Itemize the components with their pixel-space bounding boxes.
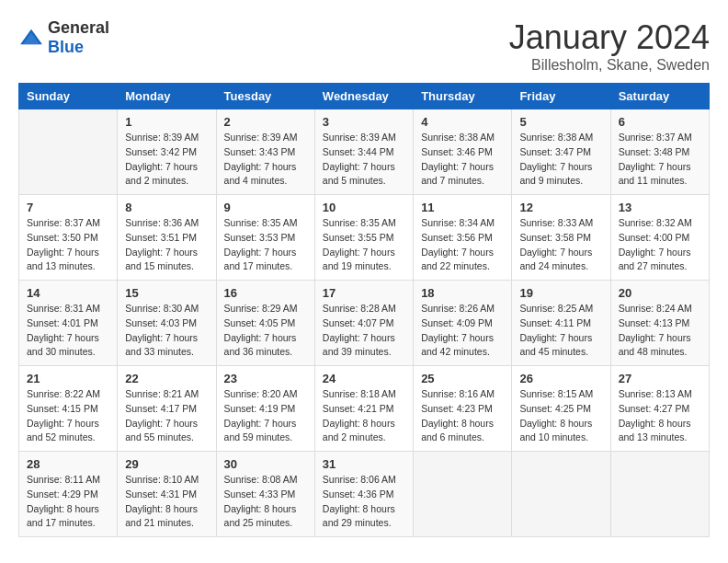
day-info: Sunrise: 8:39 AMSunset: 3:42 PMDaylight:… <box>125 131 208 189</box>
day-number: 25 <box>421 372 504 385</box>
day-cell: 20Sunrise: 8:24 AMSunset: 4:13 PMDayligh… <box>610 281 709 366</box>
week-row-5: 28Sunrise: 8:11 AMSunset: 4:29 PMDayligh… <box>19 452 710 537</box>
day-cell <box>414 452 512 537</box>
day-number: 30 <box>224 457 307 471</box>
day-info: Sunrise: 8:15 AMSunset: 4:25 PMDaylight:… <box>519 387 602 445</box>
day-cell: 29Sunrise: 8:10 AMSunset: 4:31 PMDayligh… <box>118 452 216 537</box>
day-number: 17 <box>323 286 405 300</box>
day-cell: 12Sunrise: 8:33 AMSunset: 3:58 PMDayligh… <box>512 195 610 281</box>
day-info: Sunrise: 8:08 AMSunset: 4:33 PMDaylight:… <box>224 473 307 531</box>
day-number: 4 <box>421 115 504 129</box>
day-cell: 23Sunrise: 8:20 AMSunset: 4:19 PMDayligh… <box>216 366 314 452</box>
day-info: Sunrise: 8:06 AMSunset: 4:36 PMDaylight:… <box>323 473 405 531</box>
day-cell: 24Sunrise: 8:18 AMSunset: 4:21 PMDayligh… <box>314 366 413 452</box>
day-cell: 17Sunrise: 8:28 AMSunset: 4:07 PMDayligh… <box>314 281 413 366</box>
day-number: 22 <box>125 372 208 385</box>
day-cell: 18Sunrise: 8:26 AMSunset: 4:09 PMDayligh… <box>414 281 512 366</box>
header: General Blue January 2024 Billesholm, Sk… <box>18 18 710 74</box>
day-cell: 15Sunrise: 8:30 AMSunset: 4:03 PMDayligh… <box>118 281 216 366</box>
day-info: Sunrise: 8:28 AMSunset: 4:07 PMDaylight:… <box>323 302 405 360</box>
day-info: Sunrise: 8:36 AMSunset: 3:51 PMDaylight:… <box>125 216 208 274</box>
day-number: 19 <box>519 286 602 300</box>
day-info: Sunrise: 8:38 AMSunset: 3:47 PMDaylight:… <box>519 131 602 189</box>
day-number: 31 <box>323 457 405 471</box>
column-header-thursday: Thursday <box>414 84 512 109</box>
logo-text: General Blue <box>48 18 109 57</box>
day-cell: 2Sunrise: 8:39 AMSunset: 3:43 PMDaylight… <box>216 109 314 195</box>
day-info: Sunrise: 8:33 AMSunset: 3:58 PMDaylight:… <box>519 216 602 274</box>
day-info: Sunrise: 8:16 AMSunset: 4:23 PMDaylight:… <box>421 387 504 445</box>
title-area: January 2024 Billesholm, Skane, Sweden <box>509 18 710 74</box>
day-cell: 4Sunrise: 8:38 AMSunset: 3:46 PMDaylight… <box>414 109 512 195</box>
day-number: 8 <box>125 201 208 214</box>
day-number: 15 <box>125 286 208 300</box>
column-header-friday: Friday <box>512 84 610 109</box>
logo: General Blue <box>18 18 109 57</box>
column-header-tuesday: Tuesday <box>216 84 314 109</box>
day-cell <box>610 452 709 537</box>
day-cell: 25Sunrise: 8:16 AMSunset: 4:23 PMDayligh… <box>414 366 512 452</box>
day-info: Sunrise: 8:22 AMSunset: 4:15 PMDaylight:… <box>27 387 109 445</box>
day-info: Sunrise: 8:32 AMSunset: 4:00 PMDaylight:… <box>619 216 701 274</box>
day-cell: 22Sunrise: 8:21 AMSunset: 4:17 PMDayligh… <box>118 366 216 452</box>
day-cell: 1Sunrise: 8:39 AMSunset: 3:42 PMDaylight… <box>118 109 216 195</box>
day-number: 14 <box>27 286 109 300</box>
day-info: Sunrise: 8:39 AMSunset: 3:43 PMDaylight:… <box>224 131 307 189</box>
week-row-4: 21Sunrise: 8:22 AMSunset: 4:15 PMDayligh… <box>19 366 710 452</box>
week-row-2: 7Sunrise: 8:37 AMSunset: 3:50 PMDaylight… <box>19 195 710 281</box>
day-cell: 9Sunrise: 8:35 AMSunset: 3:53 PMDaylight… <box>216 195 314 281</box>
week-row-1: 1Sunrise: 8:39 AMSunset: 3:42 PMDaylight… <box>19 109 710 195</box>
day-info: Sunrise: 8:37 AMSunset: 3:50 PMDaylight:… <box>27 216 109 274</box>
day-number: 21 <box>27 372 109 385</box>
day-number: 9 <box>224 201 307 214</box>
day-cell: 31Sunrise: 8:06 AMSunset: 4:36 PMDayligh… <box>314 452 413 537</box>
day-cell <box>19 109 118 195</box>
day-info: Sunrise: 8:21 AMSunset: 4:17 PMDaylight:… <box>125 387 208 445</box>
day-cell: 6Sunrise: 8:37 AMSunset: 3:48 PMDaylight… <box>610 109 709 195</box>
day-number: 13 <box>619 201 701 214</box>
day-number: 12 <box>519 201 602 214</box>
column-header-sunday: Sunday <box>19 84 118 109</box>
day-info: Sunrise: 8:34 AMSunset: 3:56 PMDaylight:… <box>421 216 504 274</box>
day-cell: 11Sunrise: 8:34 AMSunset: 3:56 PMDayligh… <box>414 195 512 281</box>
day-cell: 14Sunrise: 8:31 AMSunset: 4:01 PMDayligh… <box>19 281 118 366</box>
logo-blue: Blue <box>48 38 84 56</box>
day-info: Sunrise: 8:38 AMSunset: 3:46 PMDaylight:… <box>421 131 504 189</box>
day-info: Sunrise: 8:24 AMSunset: 4:13 PMDaylight:… <box>619 302 701 360</box>
day-info: Sunrise: 8:20 AMSunset: 4:19 PMDaylight:… <box>224 387 307 445</box>
day-cell: 8Sunrise: 8:36 AMSunset: 3:51 PMDaylight… <box>118 195 216 281</box>
day-info: Sunrise: 8:39 AMSunset: 3:44 PMDaylight:… <box>323 131 405 189</box>
day-number: 1 <box>125 115 208 129</box>
day-cell: 30Sunrise: 8:08 AMSunset: 4:33 PMDayligh… <box>216 452 314 537</box>
day-info: Sunrise: 8:18 AMSunset: 4:21 PMDaylight:… <box>323 387 405 445</box>
day-number: 2 <box>224 115 307 129</box>
day-cell: 16Sunrise: 8:29 AMSunset: 4:05 PMDayligh… <box>216 281 314 366</box>
day-cell: 28Sunrise: 8:11 AMSunset: 4:29 PMDayligh… <box>19 452 118 537</box>
day-info: Sunrise: 8:13 AMSunset: 4:27 PMDaylight:… <box>619 387 701 445</box>
day-info: Sunrise: 8:37 AMSunset: 3:48 PMDaylight:… <box>619 131 701 189</box>
day-cell: 19Sunrise: 8:25 AMSunset: 4:11 PMDayligh… <box>512 281 610 366</box>
logo-general: General <box>48 18 109 37</box>
day-number: 20 <box>619 286 701 300</box>
column-header-monday: Monday <box>118 84 216 109</box>
day-cell: 5Sunrise: 8:38 AMSunset: 3:47 PMDaylight… <box>512 109 610 195</box>
day-number: 27 <box>619 372 701 385</box>
day-number: 6 <box>619 115 701 129</box>
day-number: 11 <box>421 201 504 214</box>
day-cell: 21Sunrise: 8:22 AMSunset: 4:15 PMDayligh… <box>19 366 118 452</box>
day-cell: 10Sunrise: 8:35 AMSunset: 3:55 PMDayligh… <box>314 195 413 281</box>
day-info: Sunrise: 8:26 AMSunset: 4:09 PMDaylight:… <box>421 302 504 360</box>
day-cell: 7Sunrise: 8:37 AMSunset: 3:50 PMDaylight… <box>19 195 118 281</box>
day-number: 24 <box>323 372 405 385</box>
day-info: Sunrise: 8:35 AMSunset: 3:55 PMDaylight:… <box>323 216 405 274</box>
day-number: 5 <box>519 115 602 129</box>
day-info: Sunrise: 8:29 AMSunset: 4:05 PMDaylight:… <box>224 302 307 360</box>
day-number: 28 <box>27 457 109 471</box>
day-cell: 13Sunrise: 8:32 AMSunset: 4:00 PMDayligh… <box>610 195 709 281</box>
day-number: 18 <box>421 286 504 300</box>
logo-icon <box>18 28 44 48</box>
day-info: Sunrise: 8:30 AMSunset: 4:03 PMDaylight:… <box>125 302 208 360</box>
day-info: Sunrise: 8:35 AMSunset: 3:53 PMDaylight:… <box>224 216 307 274</box>
day-info: Sunrise: 8:10 AMSunset: 4:31 PMDaylight:… <box>125 473 208 531</box>
column-header-saturday: Saturday <box>610 84 709 109</box>
